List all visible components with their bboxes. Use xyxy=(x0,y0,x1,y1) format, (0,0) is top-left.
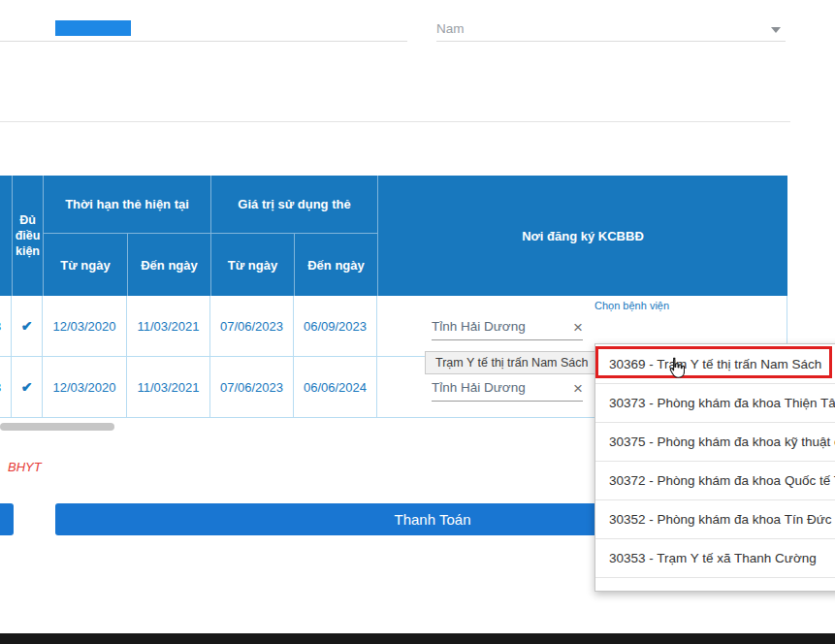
clear-icon[interactable]: × xyxy=(573,382,583,395)
chevron-down-icon[interactable] xyxy=(771,27,781,33)
eligible-check-icon: ✔ xyxy=(12,357,43,417)
cell-valid-to: 06/06/2024 xyxy=(294,357,377,417)
dropdown-item[interactable]: 30375 - Phòng khám đa khoa kỹ thuật c xyxy=(595,422,835,461)
cell-term-to: 11/03/2021 xyxy=(127,296,210,356)
cell-term-from: 12/03/2020 xyxy=(43,357,127,417)
cell-valid-from: 07/06/2023 xyxy=(210,296,294,356)
gender-value: Nam xyxy=(436,21,465,36)
header-valid-to: Đến ngày xyxy=(294,233,377,296)
eligible-check-icon: ✔ xyxy=(12,296,43,356)
screen: Nam Đủ điều kiện Thời hạn thẻ hiện tại G… xyxy=(0,0,835,644)
table-header: Đủ điều kiện Thời hạn thẻ hiện tại Giá t… xyxy=(0,176,787,296)
bottom-bar xyxy=(0,633,835,644)
dropdown-item[interactable]: 30353 - Trạm Y tế xã Thanh Cường xyxy=(595,538,835,577)
cell-id-fragment: 3 xyxy=(0,296,12,356)
hospital-select-label: Chọn bệnh viện xyxy=(594,300,781,311)
hospital-tooltip: Trạm Y tế thị trấn Nam Sách xyxy=(425,351,598,374)
clear-icon[interactable]: × xyxy=(573,321,583,334)
province-value: Tỉnh Hải Dương xyxy=(432,319,526,334)
dropdown-item[interactable]: 30369 - Trạm Y tế thị trấn Nam Sách xyxy=(595,344,835,383)
dropdown-item[interactable]: 30372 - Phòng khám đa khoa Quốc tế T xyxy=(595,461,835,499)
header-cut-column xyxy=(0,176,12,296)
cell-valid-from: 07/06/2023 xyxy=(210,357,294,417)
header-term-from: Từ ngày xyxy=(43,233,127,296)
form-field-redacted[interactable] xyxy=(0,0,407,42)
cell-term-from: 12/03/2020 xyxy=(43,296,127,356)
header-term-to: Đến ngày xyxy=(127,233,210,296)
province-value: Tỉnh Hải Dương xyxy=(432,380,526,395)
cell-valid-to: 06/09/2023 xyxy=(294,296,377,356)
cell-term-to: 11/03/2021 xyxy=(127,357,210,417)
gender-select[interactable]: Nam xyxy=(436,0,786,42)
bhyt-note: BHYT xyxy=(8,460,42,474)
section-divider xyxy=(0,121,790,122)
dropdown-item[interactable]: 30373 - Phòng khám đa khoa Thiện Tâm xyxy=(595,383,835,422)
dropdown-item[interactable]: 30352 - Phòng khám đa khoa Tín Đức C xyxy=(595,499,835,538)
province-input[interactable]: Tỉnh Hải Dương × xyxy=(432,307,583,340)
header-eligible: Đủ điều kiện xyxy=(12,176,43,296)
secondary-button-partial[interactable] xyxy=(0,503,14,535)
hospital-dropdown: 30369 - Trạm Y tế thị trấn Nam Sách 3037… xyxy=(594,343,835,592)
horizontal-scrollbar[interactable] xyxy=(0,423,114,431)
dropdown-item[interactable]: 30354 - Trạm Y tế xã Thanh Kh xyxy=(595,577,835,592)
header-valid-from: Từ ngày xyxy=(210,233,294,296)
cell-id-fragment: 3 xyxy=(0,357,12,417)
header-registration-place: Nơi đăng ký KCBBĐ xyxy=(377,176,787,296)
header-card-validity: Giá trị sử dụng thẻ xyxy=(210,176,377,233)
header-current-term: Thời hạn thẻ hiện tại xyxy=(43,176,210,233)
redacted-value xyxy=(55,20,131,36)
hospital-select[interactable]: Chọn bệnh viện xyxy=(594,300,781,347)
